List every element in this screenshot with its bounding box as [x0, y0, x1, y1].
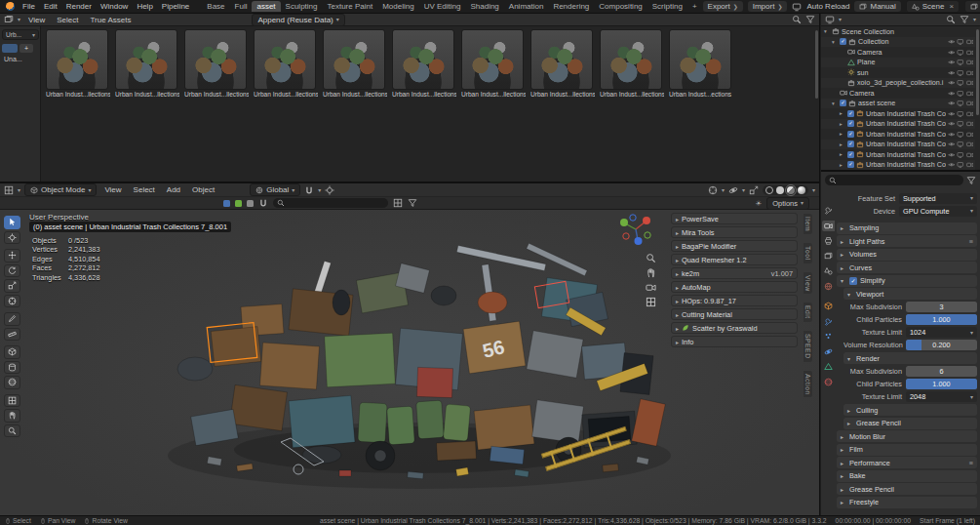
- tab-world[interactable]: [822, 281, 835, 292]
- panel-bagapie[interactable]: ▸BagaPie Modifier: [671, 240, 798, 252]
- render-disable-icon[interactable]: [966, 100, 974, 107]
- workspace-tab[interactable]: Sculpting: [281, 1, 323, 12]
- tab-object-data[interactable]: [822, 361, 835, 372]
- panel-performance[interactable]: ▸Performance≡: [837, 457, 977, 468]
- workspace-tab[interactable]: UV Editing: [419, 1, 466, 12]
- properties-search-input[interactable]: [840, 177, 960, 183]
- scrollbar[interactable]: [815, 30, 818, 99]
- auto-reload-button[interactable]: Auto Reload: [806, 2, 849, 11]
- snap-chevron-icon[interactable]: ▾: [318, 187, 321, 193]
- gizmos-toggle-icon[interactable]: [708, 185, 718, 195]
- blender-logo-icon[interactable]: [6, 2, 15, 11]
- render-disable-icon[interactable]: [966, 59, 974, 66]
- workspace-tab[interactable]: Animation: [504, 1, 549, 12]
- viewport-disable-icon[interactable]: [957, 79, 964, 87]
- solid-shading-button[interactable]: [776, 186, 784, 194]
- export-button[interactable]: Export❯: [703, 1, 743, 12]
- hide-eye-icon[interactable]: [948, 151, 956, 159]
- tab-object[interactable]: [822, 301, 835, 311]
- render-disable-icon[interactable]: [966, 141, 974, 148]
- editor-type-icon[interactable]: [4, 15, 14, 24]
- child-particles-slider[interactable]: 1.000: [906, 379, 977, 389]
- editor-type-icon[interactable]: [4, 185, 14, 195]
- collection-checkbox[interactable]: ✓: [847, 141, 854, 147]
- panel-sampling[interactable]: ▸Sampling: [837, 222, 977, 234]
- texture-limit-dropdown[interactable]: 2048▾: [906, 391, 977, 402]
- ortho-toggle-icon[interactable]: [646, 297, 656, 307]
- navigation-gizmo[interactable]: [618, 212, 653, 247]
- asset-item[interactable]: Urban Indust...llections 7_3: [184, 29, 249, 98]
- render-disable-icon[interactable]: [966, 120, 974, 128]
- viewport-disable-icon[interactable]: [957, 69, 964, 77]
- outliner-row[interactable]: ▾✓Collection: [821, 37, 975, 48]
- menu-render[interactable]: Render: [62, 2, 96, 11]
- collection-checkbox[interactable]: ✓: [847, 110, 854, 117]
- editor-type-chevron-icon[interactable]: ▾: [18, 187, 20, 193]
- panel-motion-blur[interactable]: ▸Motion Blur: [837, 430, 977, 442]
- filter-icon[interactable]: [408, 198, 417, 208]
- panel-simplify[interactable]: ▾✓Simplify: [837, 275, 977, 287]
- panel-ke2m[interactable]: ▸ke2mv1.007: [671, 267, 798, 279]
- max-subdivision-field[interactable]: 6: [906, 366, 977, 377]
- panel-curves[interactable]: ▸Curves: [837, 262, 977, 273]
- tab-render[interactable]: [822, 221, 835, 231]
- hide-eye-icon[interactable]: [948, 161, 956, 169]
- outliner-row[interactable]: ▸✓Urban Industrial Trash Colle: [821, 160, 975, 171]
- collection-checkbox[interactable]: ✓: [847, 151, 854, 158]
- viewport-canvas[interactable]: 56 User Perspective (0) a: [0, 210, 819, 515]
- panel-freestyle[interactable]: ▸Freestyle: [837, 497, 977, 508]
- workspace-tab-active[interactable]: asset: [252, 1, 280, 12]
- addon-tool[interactable]: [4, 409, 20, 423]
- render-disable-icon[interactable]: [966, 49, 974, 57]
- menu-pipeline[interactable]: Pipeline: [158, 2, 193, 11]
- menu-edit[interactable]: Edit: [40, 2, 61, 11]
- menu-select[interactable]: Select: [130, 185, 159, 194]
- hide-eye-icon[interactable]: [948, 110, 956, 118]
- editor-type-icon[interactable]: [825, 15, 835, 24]
- scrollbar[interactable]: [976, 29, 979, 115]
- search-icon[interactable]: [792, 15, 802, 24]
- hide-eye-icon[interactable]: [948, 131, 956, 139]
- panel-scatter[interactable]: ▸Scatter by Graswald: [671, 322, 798, 334]
- hide-eye-icon[interactable]: [948, 120, 956, 128]
- render-disable-icon[interactable]: [966, 110, 974, 118]
- asset-item[interactable]: Urban Indust...llections 7_8: [530, 29, 595, 98]
- options-dropdown[interactable]: Options▾: [766, 197, 809, 210]
- asset-item[interactable]: Urban Indust...llections 7_6: [392, 29, 456, 98]
- preset-icon[interactable]: ≡: [969, 459, 973, 467]
- tab-action[interactable]: Action: [804, 371, 812, 398]
- add-catalog-button[interactable]: +: [20, 44, 33, 53]
- editor-type-chevron-icon[interactable]: ▾: [18, 17, 20, 22]
- tab-particles[interactable]: [822, 331, 835, 342]
- outliner-row[interactable]: Plane: [821, 58, 975, 68]
- panel-film[interactable]: ▸Film: [837, 444, 977, 456]
- annotate-tool[interactable]: [4, 312, 20, 326]
- collection-checkbox[interactable]: ✓: [847, 120, 854, 127]
- hide-eye-icon[interactable]: [948, 90, 956, 98]
- outliner-row[interactable]: sun: [821, 67, 975, 78]
- menu-object[interactable]: Object: [188, 185, 218, 194]
- cursor-tool[interactable]: [4, 231, 20, 245]
- collection-checkbox[interactable]: ✓: [840, 38, 846, 45]
- import-method-dropdown[interactable]: Append (Reuse Data)▾: [252, 14, 344, 26]
- panel-hops[interactable]: ▸HOps: 0.9.87_17: [671, 295, 798, 306]
- filter-icon[interactable]: [966, 176, 976, 185]
- tab-speed[interactable]: SPEED: [804, 331, 812, 362]
- tab-output[interactable]: [822, 235, 835, 246]
- asset-search-field[interactable]: [273, 198, 388, 208]
- manual-button[interactable]: Manual: [854, 1, 900, 12]
- wireframe-shading-button[interactable]: [765, 186, 773, 194]
- asset-item[interactable]: Urban Indust...ections 7_10: [669, 29, 733, 98]
- feature-set-dropdown[interactable]: Supported▾: [899, 193, 977, 204]
- panel-powersave[interactable]: ▸PowerSave: [671, 213, 798, 224]
- outliner-row[interactable]: Camera: [821, 47, 975, 58]
- panel-cutting-material[interactable]: ▸Cutting Material: [671, 308, 798, 320]
- render-disable-icon[interactable]: [966, 151, 974, 159]
- preset-icon[interactable]: ≡: [969, 237, 973, 246]
- asset-item[interactable]: Urban Indust...llections 7_9: [600, 29, 664, 98]
- viewport-disable-icon[interactable]: [957, 131, 964, 139]
- overlays-toggle-icon[interactable]: [728, 185, 738, 195]
- child-particles-slider[interactable]: 1.000: [906, 314, 977, 325]
- viewport-disable-icon[interactable]: [957, 100, 964, 107]
- panel-simplify-viewport[interactable]: ▾Viewport: [843, 288, 977, 300]
